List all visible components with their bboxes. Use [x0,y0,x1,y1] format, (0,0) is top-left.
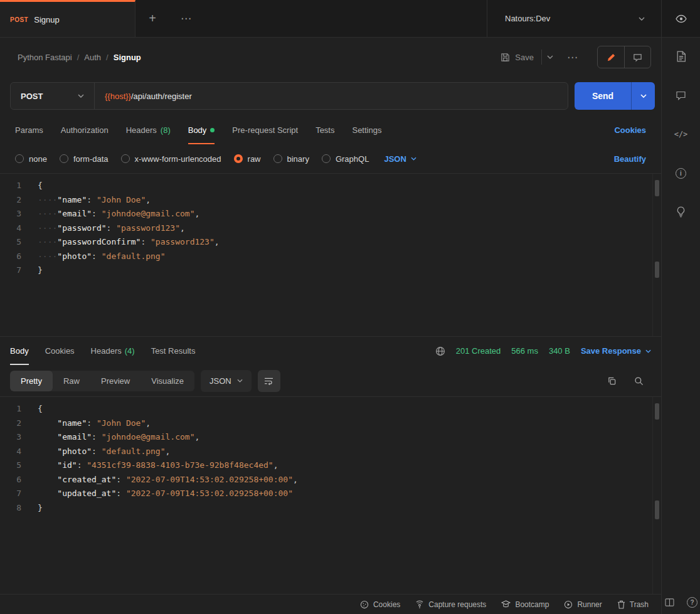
breadcrumb-separator: / [106,53,109,62]
response-body-viewer[interactable]: 1{ 2 "name": "John Doe", 3 "email": "joh… [0,396,661,594]
scrollbar-thumb[interactable] [655,180,659,196]
sidebar-bottom: ? [664,596,699,608]
request-panel: Python Fastapi / Auth / Signup Save [0,38,661,614]
method-selector[interactable]: POST [11,83,95,109]
mode-raw-radio[interactable]: raw [234,154,261,164]
tab-settings[interactable]: Settings [352,115,381,144]
info-icon: i [676,168,686,179]
view-raw[interactable]: Raw [53,371,90,391]
url-input[interactable]: {{host}}/api/auth/register [95,83,568,109]
response-time[interactable]: 566 ms [511,346,538,356]
copy-response-button[interactable] [607,376,617,386]
tab-method-label: POST [10,16,28,23]
statusbar-bootcamp[interactable]: Bootcamp [501,600,549,609]
save-response-button[interactable]: Save Response [581,346,651,356]
mode-binary-radio[interactable]: binary [273,154,309,164]
code-line: 4 "photo": "default.png", [0,445,661,459]
send-options-button[interactable] [631,82,655,110]
line-number: 1 [0,402,30,416]
breadcrumb-collection[interactable]: Python Fastapi [18,53,72,62]
chevron-down-icon [640,94,647,98]
response-tab-body[interactable]: Body [10,337,29,365]
open-request-tab[interactable]: POST Signup [0,0,135,37]
view-preview[interactable]: Preview [90,371,141,391]
two-pane-view-button[interactable] [664,596,676,608]
statusbar-runner[interactable]: Runner [564,600,602,609]
wrap-lines-button[interactable] [258,370,280,392]
line-number: 7 [0,487,30,501]
response-tab-test-results[interactable]: Test Results [151,337,196,365]
editor-scrollbar[interactable] [652,174,661,336]
request-body-editor[interactable]: 1{ 2····"name": "John Doe", 3····"email"… [0,173,661,336]
url-box: POST {{host}}/api/auth/register [10,82,568,110]
code-line: 7 "updated_at": "2022-07-09T14:53:02.029… [0,487,661,501]
line-number: 5 [0,458,30,473]
response-tab-cookies[interactable]: Cookies [45,337,75,365]
environment-selector[interactable]: Natours:Dev [487,0,661,37]
statusbar-cookies[interactable]: Cookies [360,600,400,609]
help-button[interactable]: ? [686,596,699,608]
send-button[interactable]: Send [575,82,631,110]
edit-icon [607,53,616,62]
documentation-button[interactable] [675,50,687,63]
code-line: 8} [0,501,661,516]
search-response-button[interactable] [634,376,644,386]
response-language-selector[interactable]: JSON [201,370,252,392]
tab-options-button[interactable]: ⋯ [169,0,203,37]
statusbar-trash[interactable]: Trash [617,600,649,609]
statusbar-capture-requests[interactable]: Capture requests [415,600,486,609]
response-tab-headers[interactable]: Headers(4) [91,337,135,365]
tab-headers[interactable]: Headers(8) [126,115,171,144]
search-icon [634,376,644,386]
beautify-link[interactable]: Beautify [614,154,646,164]
tab-authorization[interactable]: Authorization [61,115,109,144]
edit-comment-group [597,46,651,68]
tab-pre-request-script[interactable]: Pre-request Script [232,115,298,144]
raw-language-selector[interactable]: JSON [384,154,416,164]
code-line: 2 "name": "John Doe", [0,416,661,431]
mode-none-radio[interactable]: none [15,154,47,164]
mode-form-data-radio[interactable]: form-data [60,154,109,164]
environment-quick-look-button[interactable] [661,0,700,37]
new-tab-button[interactable]: + [135,0,169,37]
url-host-variable: {{host}} [105,92,131,101]
chevron-down-icon [645,349,651,353]
line-number: 5 [0,235,30,250]
tab-title: Signup [34,15,59,24]
save-options-button[interactable] [541,50,558,65]
body-mode-row: none form-data x-www-form-urlencoded raw… [0,144,661,173]
comments-button[interactable] [624,46,650,68]
cookies-link[interactable]: Cookies [614,125,646,135]
mode-graphql-radio[interactable]: GraphQL [322,154,369,164]
request-info-button[interactable]: i [675,167,687,179]
comments-sidebar-button[interactable] [675,89,687,102]
code-icon: </> [674,130,688,139]
edit-mode-button[interactable] [598,46,624,68]
mode-urlencoded-radio[interactable]: x-www-form-urlencoded [121,154,221,164]
tab-tests[interactable]: Tests [316,115,334,144]
save-button[interactable]: Save [493,47,541,68]
breadcrumb-folder[interactable]: Auth [84,53,101,62]
trash-icon [617,600,625,609]
status-badge[interactable]: 201 Created [456,346,501,356]
save-icon [501,53,510,62]
response-header: Body Cookies Headers(4) Test Results 201… [0,336,661,365]
editor-scrollbar[interactable] [652,397,661,594]
request-more-actions-button[interactable]: ⋯ [558,51,587,64]
breadcrumb-request-name[interactable]: Signup [114,53,141,62]
view-pretty[interactable]: Pretty [10,371,53,391]
context-sidebar: </> i ? [661,38,700,614]
tab-params[interactable]: Params [15,115,43,144]
code-line: 1{ [0,179,661,193]
view-visualize[interactable]: Visualize [141,371,194,391]
plus-icon: + [149,11,156,26]
tab-body[interactable]: Body [188,115,215,144]
pub-request-hints-button[interactable] [675,206,687,218]
response-size[interactable]: 340 B [549,346,570,356]
scrollbar-thumb[interactable] [655,403,659,420]
help-icon: ? [687,597,697,608]
more-icon: ⋯ [567,51,578,63]
radio-icon [15,154,24,163]
globe-icon[interactable] [435,346,445,356]
code-snippet-button[interactable]: </> [675,128,687,140]
